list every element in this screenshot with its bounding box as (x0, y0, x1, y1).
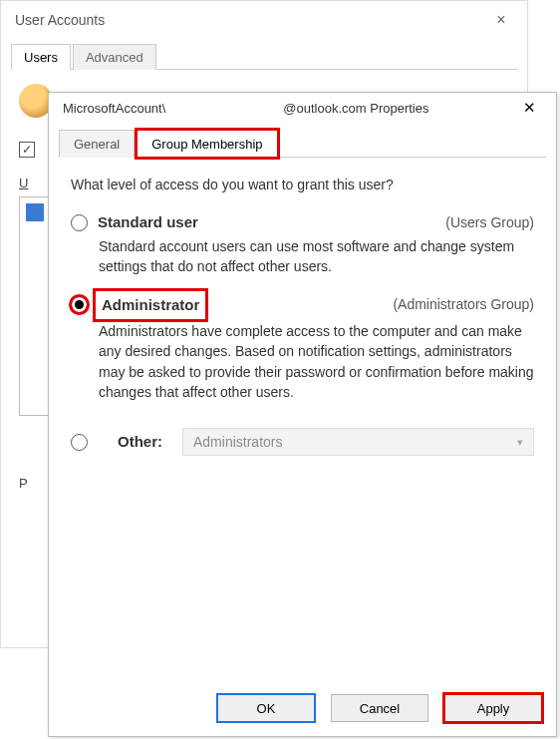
tab-users[interactable]: Users (11, 44, 71, 70)
standard-group: (Users Group) (445, 213, 534, 232)
admin-desc: Administrators have complete access to t… (99, 321, 534, 402)
tab-advanced[interactable]: Advanced (73, 44, 156, 70)
properties-dialog: MicrosoftAccount\ @outlook.com Propertie… (48, 92, 557, 737)
cancel-button[interactable]: Cancel (331, 694, 428, 722)
standard-title: Standard user (98, 212, 198, 232)
standard-desc: Standard account users can use most soft… (99, 236, 534, 277)
parent-tabs: Users Advanced (11, 43, 517, 70)
radio-standard[interactable] (71, 214, 88, 231)
close-icon[interactable]: ✕ (510, 99, 548, 117)
other-selected-value: Administrators (193, 433, 282, 452)
radio-dot-icon (75, 300, 84, 309)
other-title: Other: (118, 432, 162, 452)
ok-button[interactable]: OK (217, 694, 315, 722)
parent-close-icon[interactable]: × (481, 11, 521, 29)
child-tabs: General Group Membership (59, 129, 546, 158)
parent-title: User Accounts (15, 12, 105, 28)
other-dropdown[interactable]: Administrators ▾ (182, 428, 534, 456)
child-footer: OK Cancel Apply (49, 684, 556, 736)
tab-group-membership[interactable]: Group Membership (137, 130, 277, 158)
child-body: What level of access do you want to gran… (49, 158, 556, 684)
checkbox-icon[interactable]: ✓ (19, 142, 35, 158)
admin-group: (Administrators Group) (393, 295, 534, 314)
radio-administrator[interactable] (71, 296, 88, 313)
option-other: Other: Administrators ▾ (71, 428, 534, 456)
chevron-down-icon: ▾ (517, 435, 523, 450)
admin-title: Administrator (102, 296, 199, 313)
option-standard: Standard user (Users Group) Standard acc… (71, 212, 534, 277)
child-title: MicrosoftAccount\ @outlook.com Propertie… (63, 101, 428, 116)
option-administrator: Administrator (Administrators Group) Adm… (71, 293, 534, 402)
child-titlebar: MicrosoftAccount\ @outlook.com Propertie… (49, 93, 556, 123)
parent-titlebar: User Accounts × (1, 1, 527, 39)
user-item-icon (26, 203, 44, 221)
tab-general[interactable]: General (59, 130, 135, 158)
apply-button[interactable]: Apply (444, 694, 542, 722)
radio-other[interactable] (71, 434, 88, 451)
access-question: What level of access do you want to gran… (71, 176, 534, 194)
